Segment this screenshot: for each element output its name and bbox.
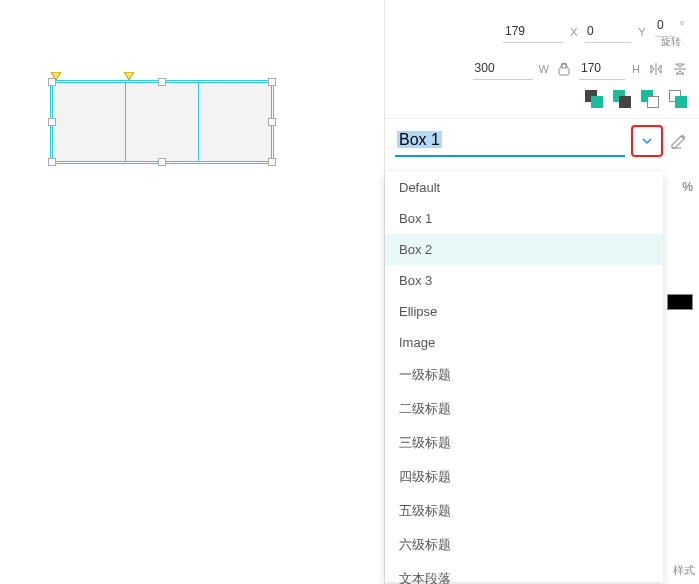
style-dropdown-toggle[interactable] (631, 125, 663, 157)
bring-forward-button[interactable] (613, 90, 631, 108)
style-option[interactable]: 三级标题 (385, 426, 663, 460)
rotate-input[interactable] (655, 14, 675, 37)
style-option[interactable]: Image (385, 327, 663, 358)
resize-handle-bl[interactable] (48, 158, 56, 166)
properties-panel: X Y ° 旋转 W H (384, 0, 699, 584)
resize-handle-bm[interactable] (158, 158, 166, 166)
flip-horizontal-icon[interactable] (647, 60, 665, 78)
border-color-swatch[interactable] (667, 294, 693, 310)
selection-outline (50, 80, 274, 164)
canvas-area[interactable] (0, 0, 384, 584)
style-name-input[interactable]: Box 1 (395, 125, 625, 157)
style-option[interactable]: Ellipse (385, 296, 663, 327)
y-input[interactable] (585, 20, 631, 43)
flip-vertical-icon[interactable] (671, 60, 689, 78)
send-backward-button[interactable] (641, 90, 659, 108)
style-option[interactable]: 二级标题 (385, 392, 663, 426)
degree-label: ° (677, 19, 687, 31)
style-name-value: Box 1 (397, 131, 442, 148)
svg-marker-0 (51, 72, 61, 80)
opacity-unit-label: % (682, 180, 693, 194)
send-to-back-button[interactable] (669, 90, 687, 108)
edit-style-icon[interactable] (669, 131, 689, 151)
style-option[interactable]: 五级标题 (385, 494, 663, 528)
svg-marker-1 (124, 72, 134, 80)
style-option[interactable]: 四级标题 (385, 460, 663, 494)
style-option[interactable]: 六级标题 (385, 528, 663, 562)
selected-object-group[interactable] (52, 82, 272, 162)
connector-hint-icon[interactable] (51, 72, 61, 80)
y-label: Y (637, 26, 647, 38)
width-input[interactable] (473, 57, 533, 80)
lock-aspect-icon[interactable] (555, 60, 573, 78)
resize-handle-br[interactable] (268, 158, 276, 166)
height-label: H (631, 63, 641, 75)
style-option[interactable]: 一级标题 (385, 358, 663, 392)
style-section-label: 样式 (673, 563, 695, 578)
height-input[interactable] (579, 57, 625, 80)
style-option[interactable]: Box 2 (385, 234, 663, 265)
resize-handle-ml[interactable] (48, 118, 56, 126)
bring-to-front-button[interactable] (585, 90, 603, 108)
style-option[interactable]: Box 3 (385, 265, 663, 296)
style-dropdown-list: DefaultBox 1Box 2Box 3EllipseImage一级标题二级… (385, 172, 663, 582)
style-option[interactable]: 文本段落 (385, 562, 663, 584)
width-label: W (539, 63, 549, 75)
style-option[interactable]: Default (385, 172, 663, 203)
x-label: X (569, 26, 579, 38)
resize-handle-tr[interactable] (268, 78, 276, 86)
rotate-label: 旋转 (661, 35, 681, 49)
connector-hint-icon[interactable] (124, 72, 134, 80)
resize-handle-tm[interactable] (158, 78, 166, 86)
x-input[interactable] (503, 20, 563, 43)
resize-handle-mr[interactable] (268, 118, 276, 126)
style-option[interactable]: Box 1 (385, 203, 663, 234)
